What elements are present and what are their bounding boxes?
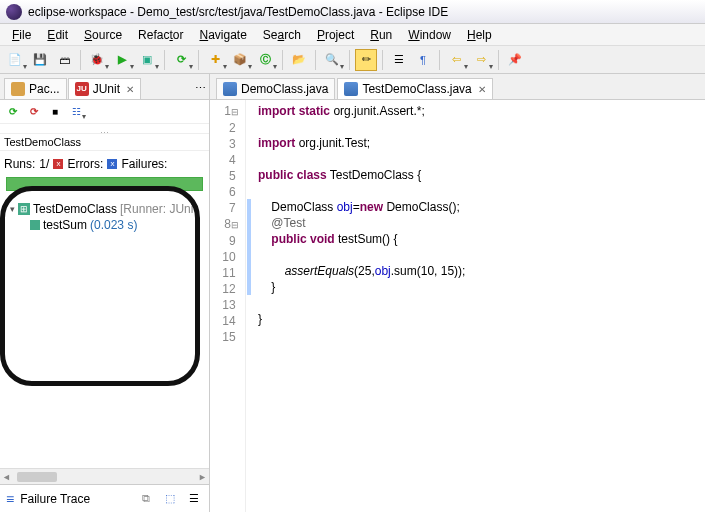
menu-run[interactable]: Run — [362, 26, 400, 44]
error-icon: x — [53, 159, 63, 169]
failure-trace-label: Failure Trace — [20, 492, 90, 506]
code-content[interactable]: import static org.junit.Assert.*; import… — [252, 100, 705, 512]
run-last-button[interactable]: ⟳ — [170, 49, 193, 71]
test-suite-row[interactable]: ▾ ⊞ TestDemoClass [Runner: JUni — [2, 201, 207, 217]
trace-menu-button[interactable]: ☰ — [185, 490, 203, 508]
menubar[interactable]: File Edit Source Refactor Navigate Searc… — [0, 24, 705, 46]
rerun-test-button[interactable]: ⟳ — [4, 103, 22, 121]
editor-tab-testdemoclass[interactable]: TestDemoClass.java✕ — [337, 78, 492, 99]
menu-edit[interactable]: Edit — [39, 26, 76, 44]
debug-button[interactable]: 🐞 — [86, 49, 109, 71]
view-menu-button[interactable]: ⋯ — [191, 77, 209, 99]
failure-trace-header: ≡ Failure Trace ⧉ ⬚ ☰ — [0, 484, 209, 512]
failure-trace-icon: ≡ — [6, 491, 14, 507]
expander-icon[interactable]: ▾ — [10, 204, 15, 214]
menu-file[interactable]: File — [4, 26, 39, 44]
save-button[interactable]: 💾 — [29, 49, 51, 71]
test-pass-icon — [30, 220, 40, 230]
close-icon[interactable]: ✕ — [126, 84, 134, 95]
window-title: eclipse-workspace - Demo_test/src/test/j… — [28, 5, 448, 19]
rerun-failed-button[interactable]: ⟳ — [25, 103, 43, 121]
filter-trace-button[interactable]: ⬚ — [161, 490, 179, 508]
toggle-mark-button[interactable]: ✏ — [355, 49, 377, 71]
editor-tab-democlass[interactable]: DemoClass.java — [216, 78, 335, 99]
suite-label: TestDemoClass — [33, 202, 117, 216]
java-file-icon — [223, 82, 237, 96]
tab-package-explorer[interactable]: Pac... — [4, 78, 67, 99]
menu-window[interactable]: Window — [400, 26, 459, 44]
close-icon[interactable]: ✕ — [478, 84, 486, 95]
left-view-tabs: Pac... JUJUnit✕ ⋯ — [0, 74, 209, 100]
tab-junit[interactable]: JUJUnit✕ — [68, 78, 141, 99]
junit-icon: JU — [75, 82, 89, 96]
errors-label: Errors: — [67, 157, 103, 171]
eclipse-logo-icon — [6, 4, 22, 20]
compare-button[interactable]: ⧉ — [137, 490, 155, 508]
editor-area: DemoClass.java TestDemoClass.java✕ 1⊟2 3… — [210, 74, 705, 512]
menu-search[interactable]: Search — [255, 26, 309, 44]
runs-value: 1/ — [39, 157, 49, 171]
main-toolbar: 📄 💾 🗃 🐞 ▶ ▣ ⟳ ✚ 📦 Ⓒ 📂 🔍 ✏ ☰ ¶ ⇦ ⇨ 📌 — [0, 46, 705, 74]
failures-label: Failures: — [121, 157, 167, 171]
junit-test-tree[interactable]: ▾ ⊞ TestDemoClass [Runner: JUni testSum … — [0, 197, 209, 237]
show-whitespace-button[interactable]: ¶ — [412, 49, 434, 71]
search-button[interactable]: 🔍 — [321, 49, 344, 71]
junit-stats: Runs: 1/ x Errors: x Failures: — [0, 151, 209, 175]
test-duration: (0.023 s) — [90, 218, 137, 232]
test-label: testSum — [43, 218, 87, 232]
code-editor[interactable]: 1⊟2 3 4 5 6 7 8⊟9 10 11 12 13 14 15 impo… — [210, 100, 705, 512]
h-scrollbar[interactable]: ◄► — [0, 468, 209, 484]
stop-button[interactable]: ■ — [46, 103, 64, 121]
menu-project[interactable]: Project — [309, 26, 362, 44]
test-suite-icon: ⊞ — [18, 203, 30, 215]
editor-tabs: DemoClass.java TestDemoClass.java✕ — [210, 74, 705, 100]
new-java-button[interactable]: ✚ — [204, 49, 227, 71]
menu-refactor[interactable]: Refactor — [130, 26, 191, 44]
forward-button[interactable]: ⇨ — [470, 49, 493, 71]
menu-navigate[interactable]: Navigate — [191, 26, 254, 44]
window-titlebar: eclipse-workspace - Demo_test/src/test/j… — [0, 0, 705, 24]
new-button[interactable]: 📄 — [4, 49, 27, 71]
java-file-icon — [344, 82, 358, 96]
coverage-button[interactable]: ▣ — [136, 49, 159, 71]
package-icon — [11, 82, 25, 96]
runs-label: Runs: — [4, 157, 35, 171]
toggle-breadcrumb-button[interactable]: ☰ — [388, 49, 410, 71]
history-button[interactable]: ☷ — [67, 103, 86, 121]
runner-label: [Runner: JUni — [120, 202, 193, 216]
back-button[interactable]: ⇦ — [445, 49, 468, 71]
line-number-gutter: 1⊟2 3 4 5 6 7 8⊟9 10 11 12 13 14 15 — [210, 100, 246, 512]
junit-view-body: ⋯ TestDemoClass Runs: 1/ x Errors: x Fai… — [0, 124, 209, 468]
save-all-button[interactable]: 🗃 — [53, 49, 75, 71]
run-button[interactable]: ▶ — [111, 49, 134, 71]
failure-icon: x — [107, 159, 117, 169]
junit-toolbar: ⟳ ⟳ ■ ☷ — [0, 100, 209, 124]
new-class-button[interactable]: Ⓒ — [254, 49, 277, 71]
pin-button[interactable]: 📌 — [504, 49, 526, 71]
new-package-button[interactable]: 📦 — [229, 49, 252, 71]
change-marker — [247, 199, 251, 295]
menu-source[interactable]: Source — [76, 26, 130, 44]
menu-help[interactable]: Help — [459, 26, 500, 44]
junit-progress-bar — [6, 177, 203, 191]
open-type-button[interactable]: 📂 — [288, 49, 310, 71]
test-case-row[interactable]: testSum (0.023 s) — [2, 217, 207, 233]
left-panel: Pac... JUJUnit✕ ⋯ ⟳ ⟳ ■ ☷ ⋯ TestDemoClas… — [0, 74, 210, 512]
